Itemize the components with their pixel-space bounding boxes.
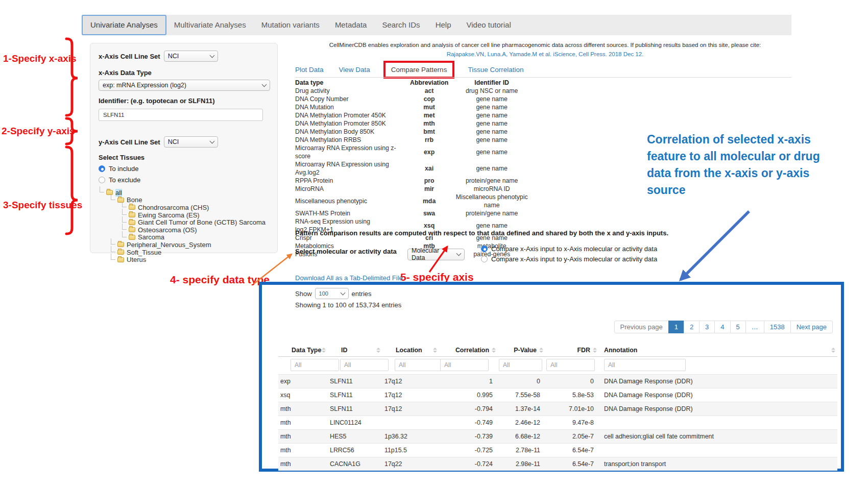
tree-item-all[interactable]: all bbox=[99, 189, 269, 197]
col-header-annotation[interactable]: Annotation bbox=[599, 345, 837, 357]
header-content: Data Type bbox=[280, 347, 326, 354]
axis-option-radio[interactable]: Compare x-Axis input to x-Axis molecular… bbox=[481, 243, 657, 254]
datatype-abbreviation: mut bbox=[410, 103, 448, 111]
sort-icon[interactable] bbox=[433, 348, 437, 353]
download-link[interactable]: Download All as a Tab-Delimited File bbox=[295, 274, 403, 282]
result-row-slfn11[interactable]: mthSLFN1117q12-0.7941.37e-147.01e-10DNA … bbox=[278, 402, 837, 416]
col-header-fdr[interactable]: FDR bbox=[545, 345, 599, 357]
page-size-row: Show 100 entries bbox=[295, 288, 372, 299]
tab-plot-data[interactable]: Plot Data bbox=[295, 66, 324, 74]
previous-page-button[interactable]: Previous page bbox=[614, 321, 669, 333]
sort-icon[interactable] bbox=[322, 348, 326, 353]
result-row-slfn11[interactable]: xsqSLFN1117q120.9957.55e-585.8e-53DNA Da… bbox=[278, 388, 837, 402]
cell-id: HES5 bbox=[328, 430, 382, 444]
page-button-1538[interactable]: 1538 bbox=[764, 321, 791, 333]
select-molecular-data-label: Select molecular or activity data bbox=[295, 248, 397, 255]
y-cell-line-set-select[interactable]: NCI bbox=[164, 136, 218, 148]
tree-item-label: all bbox=[115, 189, 122, 197]
identifier-id: gene name bbox=[448, 144, 535, 160]
nav-tab-univariate-analyses[interactable]: Univariate Analyses bbox=[82, 15, 166, 35]
filter-cell bbox=[439, 357, 498, 375]
col-header-correlation[interactable]: Correlation bbox=[439, 345, 498, 357]
result-row-hes5[interactable]: mthHES51p36.32-0.7396.68e-122.05e-7cell … bbox=[278, 430, 837, 444]
datatype-name: DNA Methylation Promoter 850K bbox=[295, 119, 410, 128]
nav-tab-mutation-variants[interactable]: Mutation variants bbox=[254, 15, 327, 35]
identifier-input[interactable] bbox=[99, 109, 263, 121]
axis-compare-options: Compare x-Axis input to x-Axis molecular… bbox=[481, 243, 657, 264]
tree-item-soft-tissue[interactable]: Soft_Tissue bbox=[99, 249, 269, 256]
axis-option-label: Compare x-Axis input to x-Axis molecular… bbox=[491, 245, 657, 253]
col-header-p-value[interactable]: P-Value bbox=[498, 345, 545, 357]
x-data-type-select[interactable]: exp: mRNA Expression (log2) bbox=[99, 80, 270, 91]
result-row-lrrc56[interactable]: mthLRRC5611p15.5-0.7252.78e-116.54e-7 bbox=[278, 444, 837, 457]
sort-icon[interactable] bbox=[831, 348, 835, 353]
x-cell-line-set-select[interactable]: NCI bbox=[164, 51, 218, 62]
step4-label: 4- specify data type bbox=[170, 274, 270, 286]
cell-data-type: exp bbox=[278, 375, 328, 388]
filter-cell bbox=[545, 357, 599, 375]
result-row-linc01124[interactable]: mthLINC01124-0.7492.46e-129.47e-8 bbox=[278, 416, 837, 430]
next-page-button[interactable]: Next page bbox=[790, 321, 833, 333]
filter-input-fdr[interactable] bbox=[546, 359, 595, 371]
filter-input-annotation[interactable] bbox=[604, 359, 686, 371]
sort-icon[interactable] bbox=[539, 348, 543, 353]
nav-tab-metadata[interactable]: Metadata bbox=[327, 15, 375, 35]
identifier-id: Miscellaneous phenotypic name bbox=[448, 193, 535, 209]
molecular-data-value: Molecular Data bbox=[412, 247, 454, 261]
citation-link[interactable]: Rajapakse.VN, Luna.A, Yamade.M et al. iS… bbox=[294, 51, 797, 57]
page-size-select[interactable]: 100 bbox=[315, 288, 349, 299]
identifier-label: Identifier: (e.g. topotecan or SLFN11) bbox=[99, 97, 269, 105]
cell-p-value: 1.37e-14 bbox=[498, 402, 545, 416]
tree-item-peripheral-nervous-system[interactable]: Peripheral_Nervous_System bbox=[99, 241, 269, 249]
page-button-2[interactable]: 2 bbox=[684, 321, 700, 333]
folder-icon bbox=[117, 250, 124, 255]
cell-annotation: DNA Damage Response (DDR) bbox=[599, 388, 837, 402]
page-button-[interactable]: … bbox=[745, 321, 764, 333]
sort-icon[interactable] bbox=[376, 348, 380, 353]
datatype-abbreviation: bmt bbox=[410, 128, 448, 136]
sort-down-icon bbox=[376, 351, 380, 353]
ref-table-row: Miscellaneous phenotypicmdaMiscellaneous… bbox=[295, 193, 535, 209]
sort-icon[interactable] bbox=[492, 348, 496, 353]
cell-location bbox=[382, 416, 439, 430]
filter-input-location[interactable] bbox=[395, 359, 443, 371]
result-row-slfn11[interactable]: expSLFN1117q12100DNA Damage Response (DD… bbox=[278, 375, 837, 388]
tissue-exclude-radio[interactable]: To exclude bbox=[99, 176, 269, 184]
col-header-data-type[interactable]: Data Type bbox=[278, 345, 328, 357]
datatype-name: Microarray RNA Expression using z-score bbox=[295, 144, 410, 160]
page-button-5[interactable]: 5 bbox=[730, 321, 746, 333]
axis-option-label: Compare x-Axis input to y-Axis molecular… bbox=[491, 255, 657, 263]
filter-input-correlation[interactable] bbox=[440, 359, 489, 371]
tree-item-uterus[interactable]: Uterus bbox=[99, 256, 269, 263]
cell-data-type: mth bbox=[278, 402, 328, 416]
header-content: P-Value bbox=[500, 347, 543, 354]
filter-input-id[interactable] bbox=[340, 359, 389, 371]
identifier-id: gene name bbox=[448, 111, 535, 119]
ref-table-row: SWATH-MS Proteinswaprotein/gene name bbox=[295, 209, 535, 217]
nav-tab-help[interactable]: Help bbox=[428, 15, 459, 35]
tissue-include-radio[interactable]: To include bbox=[99, 165, 269, 173]
page-button-3[interactable]: 3 bbox=[699, 321, 715, 333]
nav-tab-multivariate-analyses[interactable]: Multivariate Analyses bbox=[166, 15, 254, 35]
tab-view-data[interactable]: View Data bbox=[339, 66, 370, 74]
filter-input-p-value[interactable] bbox=[499, 359, 542, 371]
datatype-name: Drug activity bbox=[295, 87, 410, 95]
datatype-name: DNA Copy Number bbox=[295, 95, 410, 103]
nav-tab-search-ids[interactable]: Search IDs bbox=[374, 15, 427, 35]
col-header-label: Annotation bbox=[604, 347, 637, 354]
filter-cell bbox=[498, 357, 545, 375]
sort-icon[interactable] bbox=[593, 348, 597, 353]
tab-tissue-correlation[interactable]: Tissue Correlation bbox=[468, 66, 523, 74]
nav-tab-video-tutorial[interactable]: Video tutorial bbox=[459, 15, 518, 35]
molecular-data-select[interactable]: Molecular Data bbox=[407, 249, 465, 260]
x-data-type-label: x-Axis Data Type bbox=[99, 69, 269, 77]
tree-item-sarcoma[interactable]: Sarcoma bbox=[99, 234, 269, 241]
col-header-id[interactable]: ID bbox=[328, 345, 382, 357]
col-header-location[interactable]: Location bbox=[382, 345, 439, 357]
result-row-cacna1g[interactable]: mthCACNA1G17q22-0.7242.98e-116.54e-7tran… bbox=[278, 457, 837, 471]
chevron-down-icon bbox=[209, 53, 214, 58]
tab-compare-patterns[interactable]: Compare Patterns bbox=[383, 61, 455, 79]
axis-option-radio[interactable]: Compare x-Axis input to y-Axis molecular… bbox=[481, 254, 657, 264]
page-button-1[interactable]: 1 bbox=[668, 321, 684, 333]
page-button-4[interactable]: 4 bbox=[714, 321, 730, 333]
